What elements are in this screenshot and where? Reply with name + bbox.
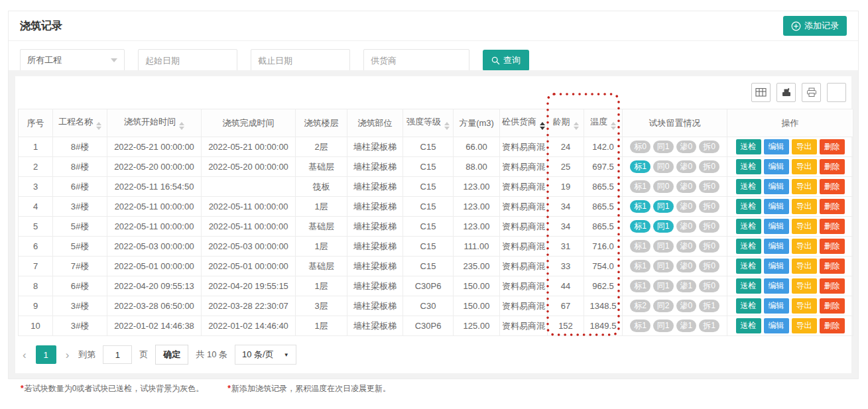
test-block-badge[interactable]: 标1 — [630, 200, 651, 213]
test-block-badge[interactable]: 渗0 — [676, 220, 697, 233]
test-block-badge[interactable]: 渗0 — [676, 200, 697, 213]
edit-button[interactable]: 编辑 — [764, 159, 789, 174]
send-inspect-button[interactable]: 送检 — [736, 199, 761, 214]
page-1-button[interactable]: 1 — [36, 345, 56, 364]
export-button[interactable]: 导出 — [792, 159, 817, 174]
column-header[interactable]: 温度 — [584, 109, 623, 137]
edit-button[interactable]: 编辑 — [764, 139, 789, 154]
test-block-badge[interactable]: 拆0 — [699, 160, 719, 173]
column-header[interactable]: 浇筑楼层 — [296, 109, 347, 137]
supplier-input[interactable] — [363, 49, 469, 72]
test-block-badge[interactable]: 标1 — [630, 260, 651, 272]
edit-button[interactable]: 编辑 — [764, 298, 789, 314]
test-block-badge[interactable]: 同1 — [653, 220, 674, 233]
send-inspect-button[interactable]: 送检 — [736, 159, 761, 174]
column-header[interactable]: 工程名称 — [53, 109, 107, 137]
export-button[interactable]: 导出 — [792, 139, 817, 154]
test-block-badge[interactable]: 标0 — [630, 141, 651, 153]
column-header[interactable]: 操作 — [727, 109, 853, 137]
edit-button[interactable]: 编辑 — [764, 318, 789, 333]
test-block-badge[interactable]: 拆0 — [699, 240, 719, 253]
test-block-badge[interactable]: 渗0 — [676, 300, 697, 312]
edit-button[interactable]: 编辑 — [764, 278, 789, 294]
test-block-badge[interactable]: 标1 — [630, 280, 651, 292]
edit-button[interactable]: 编辑 — [764, 239, 789, 254]
export-button[interactable]: 导出 — [792, 199, 817, 214]
blank-box[interactable] — [827, 83, 846, 102]
send-inspect-button[interactable]: 送检 — [736, 179, 761, 194]
send-inspect-button[interactable]: 送检 — [736, 219, 761, 234]
project-select[interactable]: 所有工程 — [20, 49, 125, 72]
test-block-badge[interactable]: 同1 — [653, 280, 674, 292]
test-block-badge[interactable]: 拆0 — [699, 260, 719, 272]
column-header[interactable]: 龄期 — [548, 109, 584, 137]
send-inspect-button[interactable]: 送检 — [736, 239, 761, 254]
delete-button[interactable]: 删除 — [820, 239, 845, 254]
test-block-badge[interactable]: 拆0 — [699, 141, 719, 153]
column-header[interactable]: 强度等级 — [403, 109, 454, 137]
column-header[interactable]: 浇筑开始时间 — [107, 109, 202, 137]
test-block-badge[interactable]: 渗0 — [676, 180, 697, 193]
test-block-badge[interactable]: 同0 — [653, 160, 674, 173]
delete-button[interactable]: 删除 — [820, 199, 845, 214]
column-header[interactable]: 浇筑完成时间 — [202, 109, 296, 137]
test-block-badge[interactable]: 渗0 — [676, 160, 697, 173]
test-block-badge[interactable]: 标1 — [630, 160, 651, 173]
test-block-badge[interactable]: 渗0 — [676, 141, 697, 153]
delete-button[interactable]: 删除 — [820, 159, 845, 174]
delete-button[interactable]: 删除 — [820, 259, 845, 274]
export-button[interactable]: 导出 — [792, 219, 817, 234]
test-block-badge[interactable]: 同1 — [653, 260, 674, 272]
goto-page-input[interactable] — [103, 345, 132, 364]
send-inspect-button[interactable]: 送检 — [736, 318, 761, 333]
export-button[interactable]: 导出 — [792, 298, 817, 314]
add-record-button[interactable]: 添加记录 — [783, 16, 847, 36]
sort-icon[interactable] — [96, 122, 101, 130]
send-inspect-button[interactable]: 送检 — [736, 259, 761, 274]
start-date-input[interactable] — [138, 49, 237, 72]
sort-icon[interactable] — [611, 122, 616, 130]
per-page-select[interactable]: 10 条/页 ▼ — [235, 345, 296, 365]
delete-button[interactable]: 删除 — [820, 139, 845, 154]
test-block-badge[interactable]: 渗1 — [676, 320, 697, 332]
test-block-badge[interactable]: 标1 — [630, 180, 651, 193]
delete-button[interactable]: 删除 — [820, 179, 845, 194]
export-icon[interactable] — [776, 83, 796, 102]
query-button[interactable]: 查询 — [483, 50, 529, 71]
send-inspect-button[interactable]: 送检 — [736, 298, 761, 314]
test-block-badge[interactable]: 同2 — [653, 300, 674, 312]
test-block-badge[interactable]: 拆1 — [699, 320, 719, 332]
sort-icon[interactable] — [444, 122, 450, 130]
test-block-badge[interactable]: 渗0 — [676, 260, 697, 272]
delete-button[interactable]: 删除 — [820, 278, 845, 294]
export-button[interactable]: 导出 — [792, 278, 817, 294]
test-block-badge[interactable]: 标2 — [630, 300, 651, 312]
prev-page-icon[interactable]: ‹ — [21, 349, 29, 361]
test-block-badge[interactable]: 渗1 — [676, 280, 697, 292]
test-block-badge[interactable]: 渗0 — [676, 240, 697, 253]
sort-icon[interactable] — [540, 122, 545, 130]
test-block-badge[interactable]: 标1 — [630, 320, 651, 332]
delete-button[interactable]: 删除 — [820, 219, 845, 234]
column-header[interactable]: 试块留置情况 — [623, 109, 727, 137]
test-block-badge[interactable]: 标1 — [630, 220, 651, 233]
test-block-badge[interactable]: 拆0 — [699, 280, 719, 292]
print-icon[interactable] — [802, 83, 821, 102]
test-block-badge[interactable]: 拆0 — [699, 200, 719, 213]
edit-button[interactable]: 编辑 — [764, 179, 789, 194]
export-button[interactable]: 导出 — [792, 179, 817, 194]
test-block-badge[interactable]: 标1 — [630, 240, 651, 253]
send-inspect-button[interactable]: 送检 — [736, 139, 761, 154]
test-block-badge[interactable]: 拆0 — [699, 220, 719, 233]
column-header[interactable]: 砼供货商 — [500, 109, 548, 137]
test-block-badge[interactable]: 拆1 — [699, 300, 719, 312]
test-block-badge[interactable]: 拆0 — [699, 180, 719, 193]
test-block-badge[interactable]: 同1 — [653, 320, 674, 332]
send-inspect-button[interactable]: 送检 — [736, 278, 761, 294]
edit-button[interactable]: 编辑 — [764, 219, 789, 234]
test-block-badge[interactable]: 同1 — [653, 200, 674, 213]
sort-icon[interactable] — [179, 122, 184, 130]
confirm-page-button[interactable]: 确定 — [155, 345, 188, 365]
end-date-input[interactable] — [251, 49, 350, 72]
edit-button[interactable]: 编辑 — [764, 259, 789, 274]
